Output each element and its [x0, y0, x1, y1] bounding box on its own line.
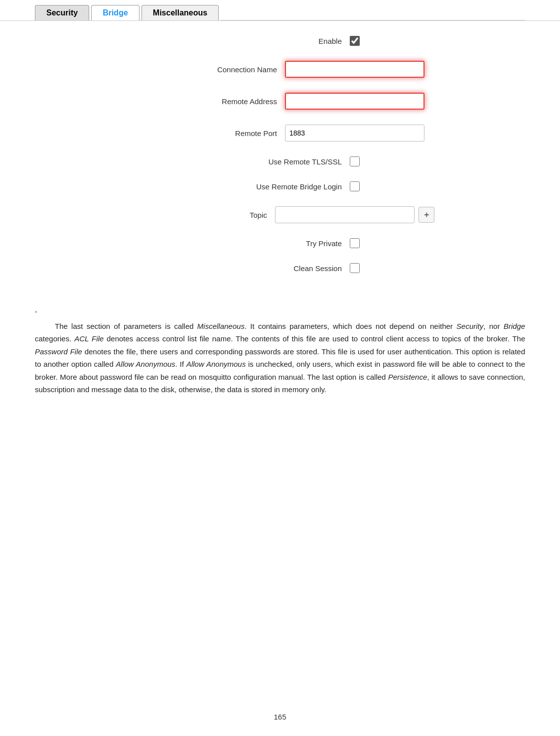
topic-control: ＋ — [275, 206, 434, 223]
topic-label: Topic — [126, 211, 275, 219]
clean-session-row: Clean Session — [35, 263, 525, 273]
connection-name-input[interactable] — [285, 61, 424, 78]
use-remote-tls-label: Use Remote TLS/SSL — [200, 157, 350, 166]
try-private-label: Try Private — [200, 239, 350, 248]
enable-row: Enable — [35, 36, 525, 46]
tab-miscellaneous[interactable]: Miscellaneous — [141, 5, 219, 20]
add-topic-button[interactable]: ＋ — [419, 207, 434, 223]
description-paragraph: The last section of parameters is called… — [35, 320, 525, 396]
remote-address-row: Remote Address — [35, 93, 525, 110]
remote-address-label: Remote Address — [136, 97, 285, 106]
enable-label: Enable — [200, 37, 350, 45]
use-remote-bridge-login-label: Use Remote Bridge Login — [200, 182, 350, 191]
form-area: Enable Connection Name Remote Address Re… — [0, 21, 560, 298]
use-remote-tls-control — [350, 156, 360, 166]
enable-checkbox[interactable] — [350, 36, 360, 46]
clean-session-control — [350, 263, 360, 273]
comma-text: , — [35, 303, 525, 316]
use-remote-bridge-login-checkbox[interactable] — [350, 181, 360, 191]
plus-icon: ＋ — [422, 210, 430, 220]
remote-port-row: Remote Port — [35, 125, 525, 142]
description-area: , The last section of parameters is call… — [0, 298, 560, 411]
tab-bridge[interactable]: Bridge — [91, 5, 140, 20]
remote-address-control — [285, 93, 424, 110]
remote-port-label: Remote Port — [136, 129, 285, 138]
enable-control — [350, 36, 360, 46]
clean-session-checkbox[interactable] — [350, 263, 360, 273]
connection-name-label: Connection Name — [136, 65, 285, 74]
remote-address-input[interactable] — [285, 93, 424, 110]
clean-session-label: Clean Session — [200, 264, 350, 273]
use-remote-tls-row: Use Remote TLS/SSL — [35, 156, 525, 166]
topic-input[interactable] — [275, 206, 415, 223]
try-private-checkbox[interactable] — [350, 238, 360, 248]
try-private-control — [350, 238, 360, 248]
use-remote-bridge-login-control — [350, 181, 360, 191]
remote-port-input[interactable] — [285, 125, 424, 142]
page-number: 165 — [0, 713, 560, 721]
use-remote-bridge-login-row: Use Remote Bridge Login — [35, 181, 525, 191]
connection-name-row: Connection Name — [35, 61, 525, 78]
remote-port-control — [285, 125, 424, 142]
tab-bar: Security Bridge Miscellaneous — [0, 0, 560, 21]
connection-name-control — [285, 61, 424, 78]
try-private-row: Try Private — [35, 238, 525, 248]
use-remote-tls-checkbox[interactable] — [350, 156, 360, 166]
topic-row: Topic ＋ — [35, 206, 525, 223]
tab-security[interactable]: Security — [35, 5, 89, 20]
